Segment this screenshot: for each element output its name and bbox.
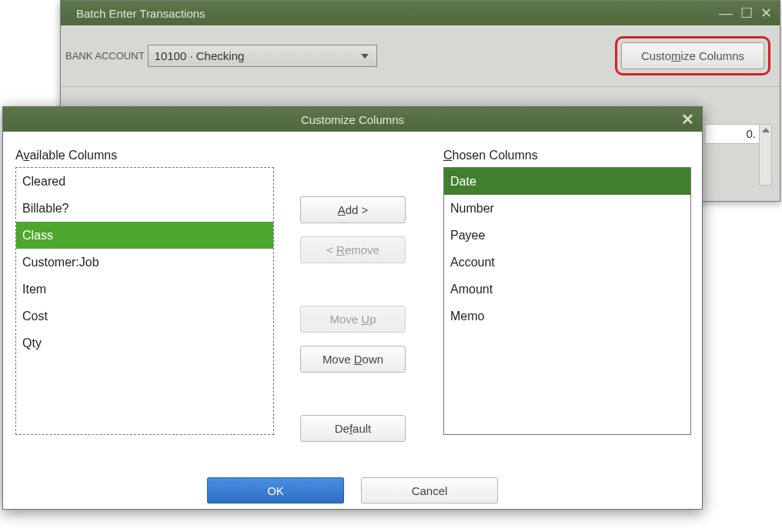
bank-account-value: 10100 · Checking xyxy=(155,49,245,62)
main-toolbar: BANK ACCOUNT 10100 · Checking Customize … xyxy=(61,25,780,87)
maximize-icon[interactable]: ☐ xyxy=(740,5,753,22)
customize-columns-dialog: Customize Columns ✕ Available Columns Cl… xyxy=(2,106,703,510)
dialog-footer: OK Cancel xyxy=(3,470,702,510)
list-item[interactable]: Memo xyxy=(444,303,690,330)
available-columns-label: Available Columns xyxy=(15,149,274,162)
bank-account-label: BANK ACCOUNT xyxy=(65,50,145,62)
list-item[interactable]: Payee xyxy=(444,222,690,249)
chevron-down-icon xyxy=(361,54,369,59)
chosen-columns-pane: Chosen Columns DateNumberPayeeAccountAmo… xyxy=(443,149,691,435)
remove-button: < Remove xyxy=(300,236,406,263)
list-item[interactable]: Cost xyxy=(16,303,273,330)
main-titlebar: Batch Enter Transactions — ☐ ✕ xyxy=(61,1,780,25)
minimize-icon[interactable]: — xyxy=(719,5,733,22)
list-item[interactable]: Billable? xyxy=(16,195,273,222)
available-columns-listbox[interactable]: ClearedBillable?ClassCustomer:JobItemCos… xyxy=(15,167,274,435)
grid-cell[interactable]: 0. xyxy=(705,124,759,144)
available-columns-pane: Available Columns ClearedBillable?ClassC… xyxy=(15,149,274,435)
dialog-title: Customize Columns xyxy=(301,113,404,126)
dialog-titlebar: Customize Columns ✕ xyxy=(3,107,702,132)
list-item[interactable]: Qty xyxy=(16,330,273,356)
list-item[interactable]: Date xyxy=(444,168,690,195)
list-item[interactable]: Item xyxy=(16,276,273,303)
main-window-title: Batch Enter Transactions xyxy=(76,7,206,20)
transfer-buttons: Add > < Remove Move Up Move Down Default xyxy=(300,196,406,442)
add-button[interactable]: Add > xyxy=(300,196,406,223)
ok-button[interactable]: OK xyxy=(207,477,344,504)
scroll-up-icon xyxy=(762,128,770,132)
move-down-button[interactable]: Move Down xyxy=(300,346,406,373)
list-item[interactable]: Cleared xyxy=(16,168,273,195)
chosen-columns-label: Chosen Columns xyxy=(443,149,691,162)
list-item[interactable]: Account xyxy=(444,249,690,276)
customize-columns-button[interactable]: Customize Columns xyxy=(621,42,764,69)
list-item[interactable]: Customer:Job xyxy=(16,249,273,276)
list-item[interactable]: Class xyxy=(16,222,273,249)
close-icon[interactable]: ✕ xyxy=(760,5,772,22)
close-icon[interactable]: ✕ xyxy=(681,110,694,129)
list-item[interactable]: Amount xyxy=(444,276,690,303)
chosen-columns-listbox[interactable]: DateNumberPayeeAccountAmountMemo xyxy=(443,167,691,435)
customize-columns-highlight: Customize Columns xyxy=(615,36,770,75)
list-item[interactable]: Number xyxy=(444,195,690,222)
move-up-button: Move Up xyxy=(300,306,406,333)
bank-account-dropdown[interactable]: 10100 · Checking xyxy=(148,45,377,67)
cancel-button[interactable]: Cancel xyxy=(361,477,498,504)
vertical-scrollbar[interactable] xyxy=(759,124,772,186)
default-button[interactable]: Default xyxy=(300,415,406,442)
